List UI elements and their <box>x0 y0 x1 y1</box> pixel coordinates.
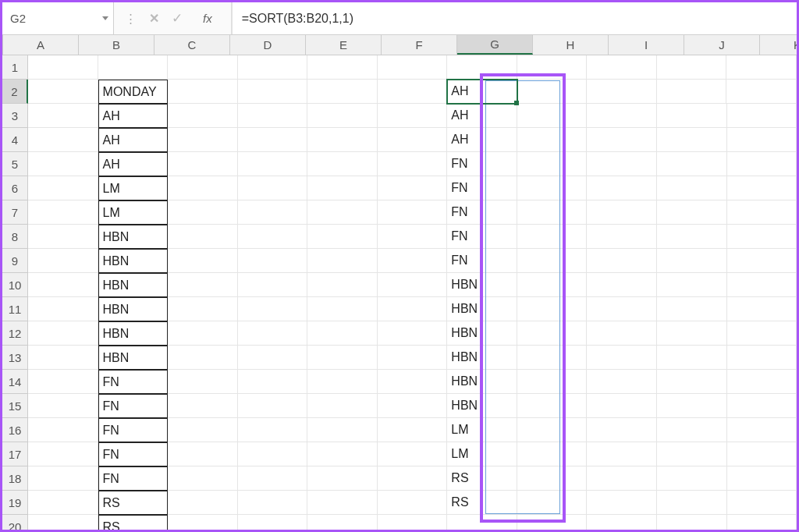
cell-C1[interactable] <box>168 55 238 80</box>
cell-D14[interactable] <box>238 370 308 394</box>
cell-F18[interactable] <box>378 466 448 491</box>
cell-A12[interactable] <box>28 321 98 346</box>
cell-D7[interactable] <box>238 200 308 225</box>
cell-I3[interactable] <box>587 104 657 128</box>
cell-I15[interactable] <box>587 394 657 418</box>
cell-B10[interactable]: HBN <box>98 273 169 297</box>
cell-K7[interactable] <box>727 200 797 225</box>
cell-E14[interactable] <box>307 370 378 394</box>
cell-G12[interactable]: HBN <box>447 321 517 346</box>
cell-F5[interactable] <box>378 152 448 176</box>
cell-D19[interactable] <box>238 491 308 515</box>
cell-F11[interactable] <box>378 297 448 321</box>
row-header-3[interactable]: 3 <box>2 104 28 128</box>
cell-F4[interactable] <box>378 128 448 152</box>
cell-I18[interactable] <box>587 466 657 491</box>
cell-G4[interactable]: AH <box>447 128 517 152</box>
cell-B3[interactable]: AH <box>98 104 169 128</box>
cell-E12[interactable] <box>307 321 378 346</box>
cell-H13[interactable] <box>517 346 588 370</box>
column-header-D[interactable]: D <box>230 35 306 55</box>
row-header-11[interactable]: 11 <box>2 297 28 321</box>
cell-C18[interactable] <box>168 466 238 491</box>
cell-J8[interactable] <box>657 225 727 249</box>
row-header-17[interactable]: 17 <box>2 442 28 466</box>
row-header-12[interactable]: 12 <box>2 321 28 346</box>
cell-H6[interactable] <box>517 176 588 200</box>
cell-B4[interactable]: AH <box>98 128 169 152</box>
cell-E17[interactable] <box>307 442 378 466</box>
fill-handle[interactable] <box>514 101 519 105</box>
cell-K8[interactable] <box>727 225 797 249</box>
cell-H4[interactable] <box>517 128 588 152</box>
cell-F3[interactable] <box>378 104 448 128</box>
cell-F12[interactable] <box>378 321 448 346</box>
cell-G16[interactable]: LM <box>447 418 517 442</box>
cell-K3[interactable] <box>727 104 797 128</box>
cell-D18[interactable] <box>238 466 308 491</box>
cell-B19[interactable]: RS <box>98 491 169 515</box>
cell-H2[interactable] <box>517 80 588 104</box>
expand-icon[interactable]: ⋮ <box>125 12 137 26</box>
cell-E1[interactable] <box>307 55 378 80</box>
cell-B13[interactable]: HBN <box>98 346 169 370</box>
cell-A8[interactable] <box>28 225 98 249</box>
cell-J12[interactable] <box>657 321 727 346</box>
cell-F6[interactable] <box>378 176 448 200</box>
cell-H19[interactable] <box>517 491 588 515</box>
cell-A1[interactable] <box>28 55 98 80</box>
cell-B7[interactable]: LM <box>98 200 169 225</box>
cell-I20[interactable] <box>587 515 657 530</box>
cell-D3[interactable] <box>238 104 308 128</box>
cell-K10[interactable] <box>727 273 797 297</box>
cell-E15[interactable] <box>307 394 378 418</box>
cell-E19[interactable] <box>307 491 378 515</box>
row-header-6[interactable]: 6 <box>2 176 28 200</box>
cell-C2[interactable] <box>168 80 238 104</box>
cell-G7[interactable]: FN <box>447 200 517 225</box>
cell-K18[interactable] <box>727 466 797 491</box>
cell-H1[interactable] <box>517 55 588 80</box>
column-header-H[interactable]: H <box>533 35 609 55</box>
column-header-E[interactable]: E <box>306 35 382 55</box>
cancel-icon[interactable]: ✕ <box>149 11 159 26</box>
cell-H15[interactable] <box>517 394 588 418</box>
cell-B12[interactable]: HBN <box>98 321 169 346</box>
cell-D13[interactable] <box>238 346 308 370</box>
cell-G13[interactable]: HBN <box>447 346 517 370</box>
cell-D8[interactable] <box>238 225 308 249</box>
cell-K1[interactable] <box>726 55 797 80</box>
cell-H3[interactable] <box>517 104 588 128</box>
cell-G15[interactable]: HBN <box>447 394 517 418</box>
cell-D1[interactable] <box>238 55 308 80</box>
row-header-1[interactable]: 1 <box>2 55 28 80</box>
cell-J19[interactable] <box>657 491 727 515</box>
cell-D5[interactable] <box>238 152 308 176</box>
row-header-8[interactable]: 8 <box>2 225 28 249</box>
formula-input[interactable]: =SORT(B3:B20,1,1) <box>232 2 797 34</box>
cell-K17[interactable] <box>727 442 797 466</box>
cell-B20[interactable]: RS <box>98 515 169 530</box>
spreadsheet-grid[interactable]: ABCDEFGHIJK 12MONDAYAH3AHAH4AHAH5AHFN6LM… <box>2 35 797 530</box>
cell-C17[interactable] <box>168 442 238 466</box>
accept-icon[interactable]: ✓ <box>172 10 183 27</box>
cell-F8[interactable] <box>378 225 448 249</box>
row-header-19[interactable]: 19 <box>2 491 28 515</box>
cell-K15[interactable] <box>727 394 797 418</box>
cell-J3[interactable] <box>657 104 727 128</box>
cell-E8[interactable] <box>307 225 378 249</box>
cell-I13[interactable] <box>587 346 657 370</box>
cell-B15[interactable]: FN <box>98 394 169 418</box>
cell-J4[interactable] <box>657 128 727 152</box>
cell-I8[interactable] <box>587 225 657 249</box>
cell-B8[interactable]: HBN <box>98 225 169 249</box>
select-all-button[interactable] <box>2 35 3 55</box>
column-header-C[interactable]: C <box>154 35 230 55</box>
cell-D12[interactable] <box>238 321 308 346</box>
cell-C7[interactable] <box>168 200 238 225</box>
cell-J17[interactable] <box>657 442 727 466</box>
cell-A10[interactable] <box>28 273 98 297</box>
cell-J10[interactable] <box>657 273 727 297</box>
cell-G6[interactable]: FN <box>447 176 517 200</box>
cell-I12[interactable] <box>587 321 657 346</box>
